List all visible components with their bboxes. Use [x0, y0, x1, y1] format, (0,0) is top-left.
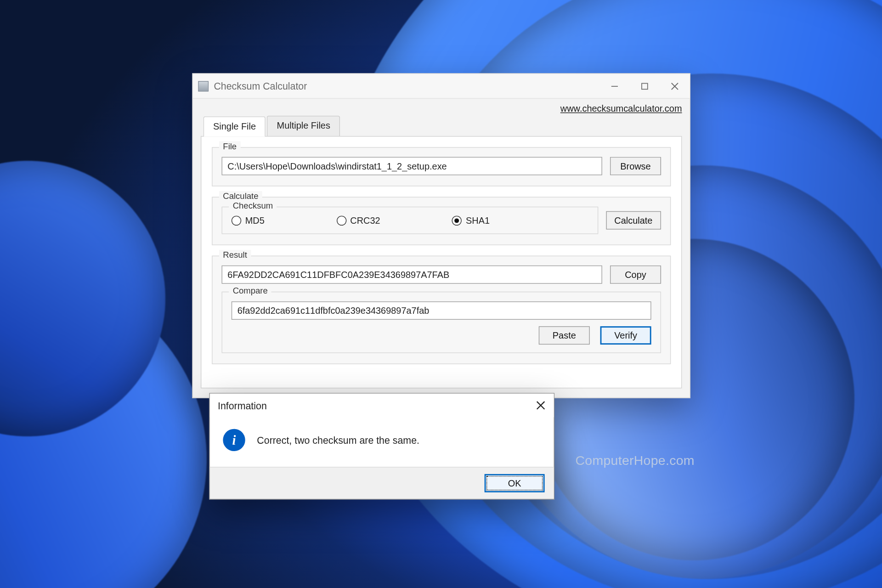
compare-label: Compare — [229, 286, 271, 295]
result-group-label: Result — [219, 250, 251, 260]
dialog-message: Correct, two checksum are the same. — [257, 435, 419, 446]
tab-strip: Single File Multiple Files — [193, 116, 690, 136]
result-group: Result Copy Compare Paste Verify — [212, 256, 671, 364]
radio-md5[interactable]: MD5 — [232, 215, 265, 226]
tab-panel-single: File Browse Calculate Checksum MD5 — [201, 136, 682, 388]
file-path-input[interactable] — [221, 157, 602, 175]
site-link[interactable]: www.checksumcalculator.com — [560, 103, 682, 114]
close-button[interactable] — [660, 74, 690, 98]
radio-crc32[interactable]: CRC32 — [336, 215, 380, 226]
dialog-title: Information — [218, 400, 528, 411]
paste-button[interactable]: Paste — [539, 326, 590, 345]
info-icon: i — [223, 429, 245, 451]
radio-md5-label: MD5 — [245, 215, 265, 226]
calculate-group-label: Calculate — [219, 191, 262, 201]
copy-button[interactable]: Copy — [610, 266, 661, 284]
browse-button[interactable]: Browse — [610, 157, 661, 175]
calculate-group: Calculate Checksum MD5 CRC32 — [212, 197, 671, 245]
checksum-label: Checksum — [229, 201, 277, 210]
file-group: File Browse — [212, 147, 671, 186]
radio-icon — [232, 215, 241, 225]
radio-icon — [336, 215, 346, 225]
radio-icon — [452, 215, 462, 225]
app-icon — [198, 81, 209, 91]
window-title: Checksum Calculator — [214, 80, 307, 91]
checksum-calculator-window: Checksum Calculator www.checksumcalculat… — [192, 73, 690, 398]
radio-sha1-label: SHA1 — [466, 215, 490, 226]
checksum-radio-group: Checksum MD5 CRC32 — [221, 207, 598, 234]
tab-multiple-files[interactable]: Multiple Files — [267, 116, 340, 136]
compare-group: Compare Paste Verify — [221, 292, 661, 353]
minimize-button[interactable] — [599, 74, 629, 98]
verify-button[interactable]: Verify — [600, 326, 651, 345]
file-group-label: File — [219, 141, 241, 151]
information-dialog: Information i Correct, two checksum are … — [209, 393, 554, 499]
maximize-button[interactable] — [630, 74, 660, 98]
result-output[interactable] — [221, 266, 602, 284]
tab-single-file[interactable]: Single File — [204, 116, 266, 136]
titlebar[interactable]: Checksum Calculator — [193, 74, 690, 99]
radio-sha1[interactable]: SHA1 — [452, 215, 490, 226]
calculate-button[interactable]: Calculate — [606, 211, 661, 230]
watermark: ComputerHope.com — [576, 453, 695, 468]
dialog-titlebar[interactable]: Information — [210, 394, 554, 417]
compare-input[interactable] — [232, 301, 651, 320]
radio-crc32-label: CRC32 — [350, 215, 380, 226]
dialog-close-button[interactable] — [528, 394, 554, 417]
ok-button[interactable]: OK — [485, 474, 545, 492]
svg-rect-1 — [642, 83, 648, 89]
